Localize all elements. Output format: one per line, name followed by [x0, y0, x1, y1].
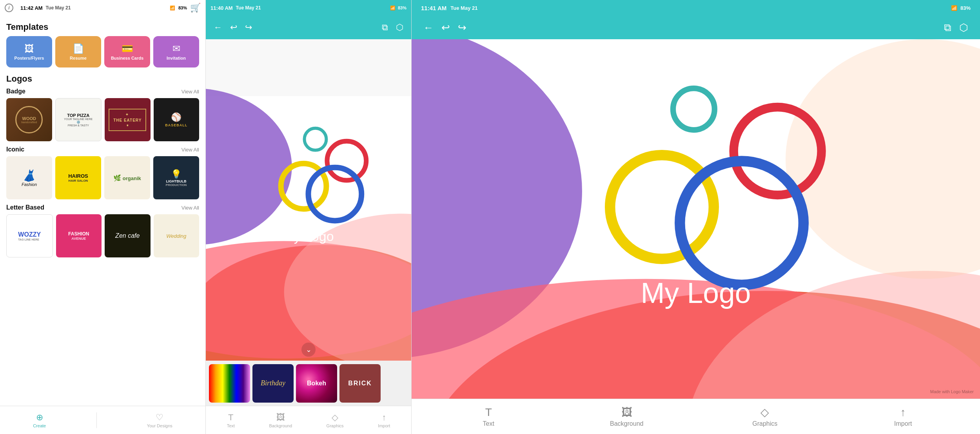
import-label-3: Import: [894, 420, 912, 427]
info-icon[interactable]: i: [5, 4, 13, 12]
tab2-text[interactable]: T Text: [227, 412, 235, 428]
editor-canvas-2[interactable]: My Logo ⌄: [206, 39, 411, 361]
logo-wood[interactable]: WOOD handcrafted: [6, 98, 52, 141]
redo-icon-3[interactable]: ↪: [458, 22, 466, 34]
template-posters[interactable]: 🖼 Posters/Flyers: [6, 36, 52, 67]
logo-hairos[interactable]: HAIROS HAIR SALON: [55, 156, 101, 199]
status-bar-1: i 11:42 AM Tue May 21 📶 83% 🛒: [0, 0, 205, 16]
tab-your-designs[interactable]: ♡ Your Designs: [147, 412, 172, 428]
bottom-bar-3: T Text 🖼 Background ◇ Graphics ↑ Import: [412, 399, 980, 434]
back-icon-3[interactable]: ←: [423, 22, 434, 34]
layers-icon[interactable]: ⧉: [382, 22, 388, 33]
wood-badge: WOOD handcrafted: [15, 106, 43, 133]
battery-3: 83%: [960, 5, 971, 11]
editor-canvas-3[interactable]: My Logo Made with Logo Maker: [412, 39, 980, 399]
svg-text:My Logo: My Logo: [641, 277, 751, 309]
letter-header: Letter Based View All: [6, 204, 199, 211]
tab3-import[interactable]: ↑ Import: [880, 406, 927, 427]
wedding-badge: Wedding: [166, 233, 186, 239]
graphics-label-2: Graphics: [327, 423, 344, 428]
business-cards-icon: 💳: [122, 43, 133, 54]
tab-create[interactable]: ⊕ Create: [33, 412, 46, 428]
iconic-header: Iconic View All: [6, 146, 199, 153]
chevron-down-btn[interactable]: ⌄: [301, 343, 316, 357]
bg-label-3: Background: [610, 420, 643, 427]
bg-birthday[interactable]: Birthday: [252, 364, 294, 403]
templates-title: Templates: [6, 22, 199, 32]
create-icon: ⊕: [36, 412, 43, 423]
logo-wedding[interactable]: Wedding: [154, 214, 200, 257]
tab3-text[interactable]: T Text: [465, 406, 512, 427]
background-strip[interactable]: Birthday Bokeh BRICK: [206, 361, 411, 406]
logo-organik[interactable]: 🌿 organik: [104, 156, 150, 199]
undo-icon[interactable]: ↩: [230, 22, 237, 33]
logo-zen[interactable]: Zen cafe: [105, 214, 151, 257]
logo-lightbulb[interactable]: 💡 LIGHTBULB PRODUCTION: [153, 156, 199, 199]
header3-right-icons: ⧉ ⬡: [944, 22, 968, 34]
zen-badge: Zen cafe: [115, 232, 140, 239]
badge-title: Badge: [6, 88, 25, 95]
share-icon-3[interactable]: ⬡: [959, 22, 968, 34]
text-icon-2: T: [228, 412, 233, 423]
organik-badge: 🌿 organik: [113, 174, 141, 182]
fashion-badge: 👗 Fashion: [22, 169, 37, 187]
status-time-3: 11:41 AM: [421, 5, 446, 11]
cart-icon[interactable]: 🛒: [190, 3, 201, 13]
status-day-3: Tue May 21: [450, 5, 477, 11]
badge-header: Badge View All: [6, 88, 199, 95]
template-invitation[interactable]: ✉ Invitation: [153, 36, 199, 67]
tab2-import[interactable]: ↑ Import: [378, 412, 390, 428]
bg-bokeh[interactable]: Bokeh: [296, 364, 337, 403]
logo-top-pizza[interactable]: TOP PIZZA YOUR TAGLINE HERE ⚙️ FRESH & T…: [55, 98, 102, 141]
editor-panel-2: 11:40 AM Tue May 21 📶 83% ← ↩ ↪ ⧉ ⬡: [206, 0, 412, 434]
tab3-background[interactable]: 🖼 Background: [603, 406, 650, 427]
invitation-icon: ✉: [172, 43, 180, 54]
text-label-2: Text: [227, 423, 235, 428]
bg-brick[interactable]: BRICK: [339, 364, 381, 403]
logo-wozzy[interactable]: WOZZY TAG LINE HERE: [6, 214, 53, 257]
badge-logo-grid: WOOD handcrafted TOP PIZZA YOUR TAGLINE …: [6, 98, 199, 141]
redo-icon[interactable]: ↪: [245, 22, 252, 33]
bg-rainbow[interactable]: [209, 364, 250, 403]
text-icon-3: T: [485, 406, 492, 419]
resume-icon: 📄: [73, 43, 84, 54]
status-time-1: 11:42 AM: [20, 5, 43, 11]
layers-icon-3[interactable]: ⧉: [944, 22, 951, 34]
undo-icon-3[interactable]: ↩: [441, 22, 450, 34]
logo-fashion-avenue[interactable]: FASHION AVENUE: [56, 214, 102, 257]
resume-label: Resume: [70, 56, 87, 60]
header-left-icons: ← ↩ ↪: [214, 22, 252, 33]
iconic-logo-grid: 👗 Fashion HAIROS HAIR SALON 🌿 organik 💡: [6, 156, 199, 199]
letter-view-all[interactable]: View All: [181, 205, 199, 211]
graphics-icon-3: ◇: [760, 406, 769, 419]
letter-title: Letter Based: [6, 204, 44, 211]
share-icon[interactable]: ⬡: [396, 22, 403, 33]
logo-svg-2: My Logo: [206, 39, 411, 361]
header3-left-icons: ← ↩ ↪: [423, 22, 466, 34]
text-label-3: Text: [483, 420, 494, 427]
logo-fashion[interactable]: 👗 Fashion: [6, 156, 52, 199]
baseball-badge: ⚾ BASEBALL: [165, 112, 187, 127]
template-resume[interactable]: 📄 Resume: [55, 36, 101, 67]
iconic-title: Iconic: [6, 146, 24, 153]
import-label-2: Import: [378, 423, 390, 428]
badge-view-all[interactable]: View All: [181, 89, 199, 95]
svg-text:My Logo: My Logo: [283, 229, 334, 244]
template-business-cards[interactable]: 💳 Business Cards: [104, 36, 150, 67]
import-icon-2: ↑: [382, 412, 386, 423]
template-grid: 🖼 Posters/Flyers 📄 Resume 💳 Business Car…: [6, 36, 199, 67]
editor-header-2: ← ↩ ↪ ⧉ ⬡: [206, 16, 411, 39]
bottom-bar-1: ⊕ Create ♡ Your Designs: [0, 406, 205, 434]
tab2-background[interactable]: 🖼 Background: [269, 412, 292, 428]
back-icon[interactable]: ←: [214, 22, 222, 33]
templates-panel: i 11:42 AM Tue May 21 📶 83% 🛒 Templates …: [0, 0, 206, 434]
iconic-view-all[interactable]: View All: [181, 147, 199, 153]
invitation-label: Invitation: [167, 56, 186, 60]
logo-eatery[interactable]: ✦ THE EATERY ⚜: [105, 98, 151, 141]
logo-baseball[interactable]: ⚾ BASEBALL: [154, 98, 200, 141]
wozzy-badge: WOZZY TAG LINE HERE: [18, 231, 41, 241]
tab3-graphics[interactable]: ◇ Graphics: [741, 406, 788, 427]
header-right-icons: ⧉ ⬡: [382, 22, 403, 33]
posters-label: Posters/Flyers: [15, 56, 44, 60]
tab2-graphics[interactable]: ◇ Graphics: [327, 412, 344, 428]
